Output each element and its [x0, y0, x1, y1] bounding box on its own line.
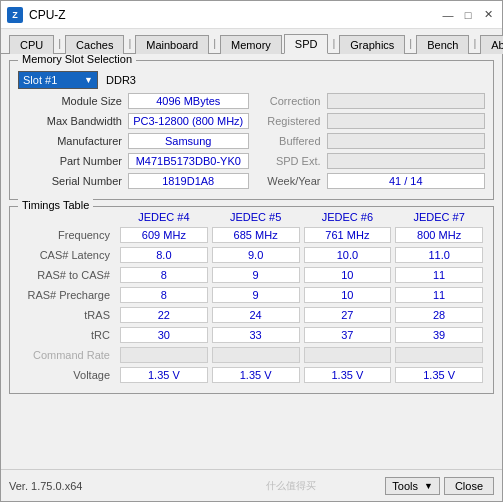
- tab-sep-1: |: [56, 34, 63, 52]
- main-content: Memory Slot Selection Slot #1 ▼ DDR3 Mod…: [1, 54, 502, 469]
- ddr-type-label: DDR3: [106, 74, 136, 86]
- module-size-row: Module Size 4096 MBytes: [18, 91, 249, 111]
- voltage-j5: 1.35 V: [212, 367, 300, 383]
- command-rate-row: Command Rate: [18, 345, 485, 365]
- serial-number-row: Serial Number 1819D1A8: [18, 171, 249, 191]
- manufacturer-value: Samsung: [128, 133, 249, 149]
- bottom-bar: Ver. 1.75.0.x64 什么值得买 Tools ▼ Close: [1, 469, 502, 501]
- close-window-button[interactable]: ✕: [480, 7, 496, 23]
- tabs-bar: CPU | Caches | Mainboard | Memory SPD | …: [1, 29, 502, 54]
- frequency-j4: 609 MHz: [120, 227, 208, 243]
- tab-about[interactable]: About: [480, 35, 503, 54]
- tab-sep-3: |: [211, 34, 218, 52]
- registered-value: [327, 113, 486, 129]
- week-year-label: Week/Year: [255, 175, 327, 187]
- timings-header-row: JEDEC #4 JEDEC #5 JEDEC #6 JEDEC #7: [18, 211, 485, 223]
- tras-j4: 22: [120, 307, 208, 323]
- ras-precharge-j5: 9: [212, 287, 300, 303]
- version-text: Ver. 1.75.0.x64: [9, 480, 197, 492]
- timings-group: Timings Table JEDEC #4 JEDEC #5 JEDEC #6…: [9, 206, 494, 394]
- ras-precharge-j7: 11: [395, 287, 483, 303]
- max-bandwidth-label: Max Bandwidth: [18, 115, 128, 127]
- ras-to-cas-row: RAS# to CAS# 8 9 10 11: [18, 265, 485, 285]
- tras-row: tRAS 22 24 27 28: [18, 305, 485, 325]
- tab-graphics[interactable]: Graphics: [339, 35, 405, 54]
- frequency-j7: 800 MHz: [395, 227, 483, 243]
- ras-to-cas-j4: 8: [120, 267, 208, 283]
- tab-bench[interactable]: Bench: [416, 35, 469, 54]
- serial-number-value: 1819D1A8: [128, 173, 249, 189]
- max-bandwidth-row: Max Bandwidth PC3-12800 (800 MHz): [18, 111, 249, 131]
- voltage-label: Voltage: [18, 369, 118, 381]
- part-number-value: M471B5173DB0-YK0: [128, 153, 249, 169]
- command-rate-label: Command Rate: [18, 349, 118, 361]
- tab-sep-6: |: [471, 34, 478, 52]
- buffered-row: Buffered: [255, 131, 486, 151]
- tab-cpu[interactable]: CPU: [9, 35, 54, 54]
- info-layout: Module Size 4096 MBytes Max Bandwidth PC…: [18, 91, 485, 191]
- ras-to-cas-j7: 11: [395, 267, 483, 283]
- close-button[interactable]: Close: [444, 477, 494, 495]
- ras-to-cas-j6: 10: [304, 267, 392, 283]
- tab-sep-2: |: [126, 34, 133, 52]
- ras-precharge-label: RAS# Precharge: [18, 289, 118, 301]
- part-number-row: Part Number M471B5173DB0-YK0: [18, 151, 249, 171]
- correction-value: [327, 93, 486, 109]
- module-size-label: Module Size: [18, 95, 128, 107]
- trc-j7: 39: [395, 327, 483, 343]
- maximize-button[interactable]: □: [460, 7, 476, 23]
- command-rate-j5: [212, 347, 300, 363]
- tools-button[interactable]: Tools ▼: [385, 477, 440, 495]
- tab-memory[interactable]: Memory: [220, 35, 282, 54]
- window-title: CPU-Z: [29, 8, 440, 22]
- spd-ext-row: SPD Ext.: [255, 151, 486, 171]
- spd-ext-value: [327, 153, 486, 169]
- jedec5-header: JEDEC #5: [210, 211, 302, 223]
- tab-sep-4: |: [330, 34, 337, 52]
- tras-j6: 27: [304, 307, 392, 323]
- buffered-value: [327, 133, 486, 149]
- voltage-j4: 1.35 V: [120, 367, 208, 383]
- cas-latency-label: CAS# Latency: [18, 249, 118, 261]
- trc-j6: 37: [304, 327, 392, 343]
- tab-sep-5: |: [407, 34, 414, 52]
- tab-spd[interactable]: SPD: [284, 34, 329, 54]
- manufacturer-row: Manufacturer Samsung: [18, 131, 249, 151]
- timings-empty-header: [18, 211, 118, 223]
- slot-selector[interactable]: Slot #1 ▼: [18, 71, 98, 89]
- tras-j5: 24: [212, 307, 300, 323]
- tools-dropdown-arrow: ▼: [424, 481, 433, 491]
- spd-ext-label: SPD Ext.: [255, 155, 327, 167]
- part-number-label: Part Number: [18, 155, 128, 167]
- jedec6-header: JEDEC #6: [302, 211, 394, 223]
- correction-label: Correction: [255, 95, 327, 107]
- week-year-row: Week/Year 41 / 14: [255, 171, 486, 191]
- tras-label: tRAS: [18, 309, 118, 321]
- minimize-button[interactable]: —: [440, 7, 456, 23]
- buffered-label: Buffered: [255, 135, 327, 147]
- frequency-row: Frequency 609 MHz 685 MHz 761 MHz 800 MH…: [18, 225, 485, 245]
- tab-caches[interactable]: Caches: [65, 35, 124, 54]
- timings-group-title: Timings Table: [18, 199, 93, 211]
- trc-row: tRC 30 33 37 39: [18, 325, 485, 345]
- slot-row: Slot #1 ▼ DDR3: [18, 71, 485, 89]
- trc-j4: 30: [120, 327, 208, 343]
- ras-to-cas-j5: 9: [212, 267, 300, 283]
- jedec4-header: JEDEC #4: [118, 211, 210, 223]
- voltage-j7: 1.35 V: [395, 367, 483, 383]
- week-year-value: 41 / 14: [327, 173, 486, 189]
- jedec7-header: JEDEC #7: [393, 211, 485, 223]
- command-rate-j6: [304, 347, 392, 363]
- ras-precharge-j4: 8: [120, 287, 208, 303]
- max-bandwidth-value: PC3-12800 (800 MHz): [128, 113, 249, 129]
- window-controls: — □ ✕: [440, 7, 496, 23]
- trc-label: tRC: [18, 329, 118, 341]
- voltage-row: Voltage 1.35 V 1.35 V 1.35 V 1.35 V: [18, 365, 485, 385]
- title-bar: Z CPU-Z — □ ✕: [1, 1, 502, 29]
- tab-mainboard[interactable]: Mainboard: [135, 35, 209, 54]
- command-rate-j7: [395, 347, 483, 363]
- cas-j4: 8.0: [120, 247, 208, 263]
- tras-j7: 28: [395, 307, 483, 323]
- right-info-col: Correction Registered Buffered SPD Ext.: [255, 91, 486, 191]
- ras-precharge-row: RAS# Precharge 8 9 10 11: [18, 285, 485, 305]
